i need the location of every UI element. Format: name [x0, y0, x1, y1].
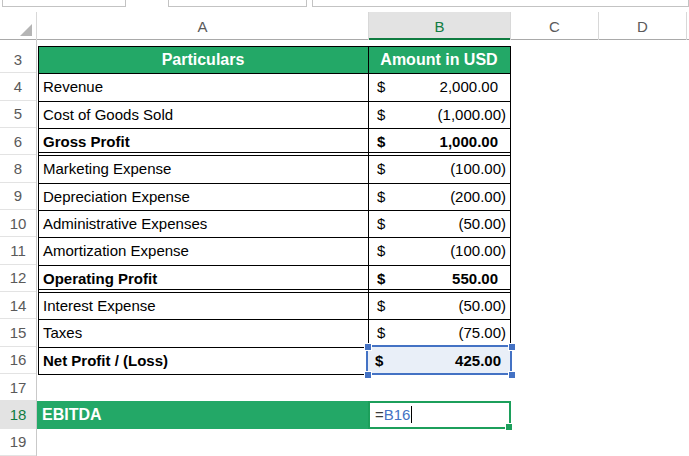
table-border-line [38, 292, 511, 293]
row-header-4[interactable]: 4 [0, 73, 36, 100]
cell-B3[interactable]: Amount in USD [368, 46, 510, 73]
select-all-triangle-icon [20, 24, 32, 36]
cell-amount: (75.00) [458, 324, 506, 341]
table-border-line [38, 101, 511, 102]
excel-worksheet: ABCD 2 345689101112141516171819 Particul… [0, 0, 689, 456]
reference-corner-handle[interactable] [364, 371, 372, 379]
column-header-b[interactable]: B [368, 12, 510, 40]
row-number: 2 [0, 40, 36, 42]
row-header-10[interactable]: 10 [0, 210, 36, 237]
column-header-a[interactable]: A [36, 12, 368, 40]
cell-A16[interactable]: Net Profit / (Loss) [38, 347, 368, 374]
row-header-9[interactable]: 9 [0, 183, 36, 210]
name-box-fragment [2, 0, 126, 7]
currency-symbol: $ [377, 270, 385, 287]
column-header-d[interactable]: D [598, 12, 686, 40]
text-cursor [411, 406, 412, 423]
cell-amount: 2,000.00 [440, 78, 506, 95]
cell-A14[interactable]: Interest Expense [38, 292, 368, 319]
currency-symbol: $ [377, 78, 385, 95]
currency-symbol: $ [377, 242, 385, 259]
cell-amount: 425.00 [455, 352, 508, 369]
formula-cell-reference: B16 [384, 406, 411, 423]
currency-symbol: $ [377, 188, 385, 205]
cell-amount: 1,000.00 [440, 133, 506, 150]
table-border-line [38, 237, 511, 238]
table-border-line [38, 183, 511, 184]
row-header-12[interactable]: 12 [0, 265, 36, 292]
cell-B5[interactable]: $(1,000.00) [368, 101, 510, 128]
cell-A11[interactable]: Amortization Expense [38, 237, 368, 264]
currency-symbol: $ [375, 352, 383, 369]
cell-amount: (100.00) [450, 242, 506, 259]
row-header-17[interactable]: 17 [0, 374, 36, 401]
cell-amount: (50.00) [458, 215, 506, 232]
currency-symbol: $ [377, 215, 385, 232]
cell-B18-editing[interactable]: =B16 [368, 401, 511, 429]
row-header-16[interactable]: 16 [0, 347, 36, 374]
table-border-line [38, 46, 39, 374]
cell-B11[interactable]: $(100.00) [368, 237, 510, 264]
table-border-line [38, 152, 511, 153]
cell-A15[interactable]: Taxes [38, 319, 368, 346]
cell-A6[interactable]: Gross Profit [38, 128, 368, 155]
row-header-8[interactable]: 8 [0, 155, 36, 182]
cell-B16-referenced[interactable]: $425.00 [366, 345, 512, 375]
cell-B6[interactable]: $1,000.00 [368, 128, 510, 155]
currency-symbol: $ [377, 324, 385, 341]
table-border-line [38, 73, 511, 74]
cell-amount: 550.00 [452, 270, 506, 287]
cell-B14[interactable]: $(50.00) [368, 292, 510, 319]
row-header-18[interactable]: 18 [0, 401, 36, 428]
cell-amount: (200.00) [450, 188, 506, 205]
row-header-11[interactable]: 11 [0, 237, 36, 264]
formula-bar-fragment [168, 0, 307, 7]
table-border-line [38, 265, 511, 266]
reference-corner-handle[interactable] [508, 371, 516, 379]
cell-A5[interactable]: Cost of Goods Sold [38, 101, 368, 128]
row-header-6[interactable]: 6 [0, 128, 36, 155]
cell-B10[interactable]: $(50.00) [368, 210, 510, 237]
currency-symbol: $ [377, 297, 385, 314]
table-border-line [38, 289, 511, 290]
table-border-line [38, 210, 511, 211]
currency-symbol: $ [377, 160, 385, 177]
reference-corner-handle[interactable] [364, 343, 372, 351]
reference-corner-handle[interactable] [508, 343, 516, 351]
formula-bar-fragment [312, 0, 689, 7]
cell-A8[interactable]: Marketing Expense [38, 155, 368, 182]
cell-A9[interactable]: Depreciation Expense [38, 183, 368, 210]
row-header-divider [36, 40, 37, 456]
cell-B9[interactable]: $(200.00) [368, 183, 510, 210]
table-border-line [38, 128, 511, 129]
cell-amount: (1,000.00) [438, 106, 506, 123]
formula-equals: = [375, 406, 384, 423]
currency-symbol: $ [377, 106, 385, 123]
table-border-line [38, 155, 511, 156]
row-header-5[interactable]: 5 [0, 101, 36, 128]
currency-symbol: $ [377, 133, 385, 150]
column-header-c[interactable]: C [510, 12, 598, 40]
select-all-corner[interactable] [0, 12, 36, 40]
cell-A12[interactable]: Operating Profit [38, 265, 368, 292]
cell-A4[interactable]: Revenue [38, 73, 368, 100]
table-border-line [38, 319, 511, 320]
table-border-line [38, 46, 511, 47]
row-header-14[interactable]: 14 [0, 292, 36, 319]
cell-B4[interactable]: $2,000.00 [368, 73, 510, 100]
cell-B8[interactable]: $(100.00) [368, 155, 510, 182]
cell-A18[interactable]: EBITDA [37, 401, 368, 428]
row-header-3[interactable]: 3 [0, 46, 36, 73]
cell-amount: (100.00) [450, 160, 506, 177]
row-header-19[interactable]: 19 [0, 429, 36, 456]
row-header-15[interactable]: 15 [0, 319, 36, 346]
cell-A10[interactable]: Administrative Expenses [38, 210, 368, 237]
table-border-line [510, 46, 511, 374]
cell-amount: (50.00) [458, 297, 506, 314]
cell-B15[interactable]: $(75.00) [368, 319, 510, 346]
cell-B12[interactable]: $550.00 [368, 265, 510, 292]
table-border-line [368, 46, 369, 374]
cell-A3[interactable]: Particulars [38, 46, 368, 73]
fill-handle[interactable] [505, 423, 513, 431]
